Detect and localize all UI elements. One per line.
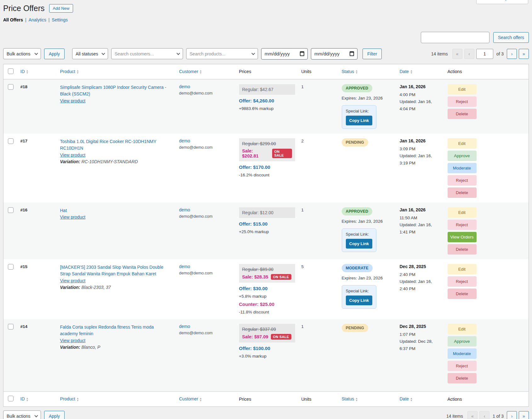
apply-button-bottom[interactable]: Apply [44,411,65,419]
column-header-customer[interactable]: Customer▲▼ [176,64,236,79]
bulk-actions-select-bottom[interactable]: Bulk actions [3,410,41,419]
reject-button[interactable]: Reject [448,175,477,186]
customer-link[interactable]: demo [179,84,233,89]
screen-options-button[interactable]: Screen Options [476,0,528,4]
row-checkbox[interactable] [8,207,14,213]
column-label-status[interactable]: Status [342,69,354,74]
reject-button[interactable]: Reject [448,276,477,287]
select-all-checkbox[interactable] [8,396,14,401]
column-header-product[interactable]: Product▲▼ [57,392,176,407]
approve-button[interactable]: Approve [448,151,477,161]
column-label-product[interactable]: Product [60,69,75,74]
reject-button[interactable]: Reject [448,96,477,107]
row-checkbox[interactable] [8,264,14,270]
delete-button[interactable]: Delete [448,373,477,383]
calendar-icon[interactable] [350,51,354,56]
reject-button[interactable]: Reject [448,361,477,371]
tab-all-offers[interactable]: All Offers [3,17,23,22]
calendar-icon[interactable] [300,51,304,56]
status-filter-select[interactable]: All statuses [72,48,108,59]
row-id: #14 [20,324,28,329]
customer-link[interactable]: demo [179,138,233,143]
product-link[interactable]: Toshiba 1.0L Digital Rice Cooker RC-10DH… [60,138,173,152]
pagination-top: 14 items « ‹ of 3 › » [431,49,529,59]
column-header-date[interactable]: Date▲▼ [397,392,444,407]
view-product-link[interactable]: View product [60,152,86,158]
product-link[interactable]: Hat [60,207,173,214]
column-label-customer[interactable]: Customer [179,69,198,74]
last-page-button[interactable]: » [519,49,529,59]
product-link[interactable]: Simplisafe Simplicam 1080P Indoor Securi… [60,84,173,98]
view-orders-button[interactable]: View Orders [448,232,477,242]
view-product-link[interactable]: View product [60,278,86,283]
copy-link-button[interactable]: Copy Link [346,239,373,249]
column-label-date[interactable]: Date [400,69,409,74]
edit-button[interactable]: Edit [448,84,477,95]
edit-button[interactable]: Edit [448,207,477,218]
next-page-button[interactable]: › [507,49,517,59]
row-checkbox[interactable] [8,138,14,144]
tab-analytics[interactable]: Analytics [29,17,46,22]
current-page-input[interactable] [476,49,493,59]
search-products-select[interactable]: Search products... [186,48,258,59]
column-header-id[interactable]: ID▲▼ [17,64,57,79]
date-from-input[interactable]: mm/dd/yyyy [261,48,308,60]
search-offers-input[interactable] [421,32,489,43]
select-all-checkbox[interactable] [8,68,14,74]
prev-page-button[interactable]: ‹ [464,49,474,59]
column-label-date[interactable]: Date [400,396,409,401]
copy-link-button[interactable]: Copy Link [346,116,373,125]
column-label-status[interactable]: Status [342,396,354,401]
apply-button[interactable]: Apply [44,49,65,59]
column-header-date[interactable]: Date▲▼ [397,64,444,79]
tab-settings[interactable]: Settings [52,17,68,22]
search-customers-select[interactable]: Search customers... [111,48,183,59]
view-product-link[interactable]: View product [60,215,86,220]
copy-link-button[interactable]: Copy Link [346,296,373,305]
product-link[interactable]: [MACKER'S] 2303 Sandal Slop Wanita Polos… [60,264,173,278]
column-label-product[interactable]: Product [60,396,75,401]
delete-button[interactable]: Delete [448,187,477,198]
edit-button[interactable]: Edit [448,264,477,274]
column-header-id[interactable]: ID▲▼ [17,392,57,407]
first-page-button[interactable]: « [452,49,462,59]
actions-stack: EditApproveModerateRejectDelete [448,324,477,383]
date-to-input[interactable]: mm/dd/yyyy [311,48,358,60]
delete-button[interactable]: Delete [448,244,477,255]
edit-button[interactable]: Edit [448,324,477,334]
column-label-customer[interactable]: Customer [179,396,198,401]
last-page-button[interactable]: » [519,411,529,419]
product-link[interactable]: Falda Corta suplex Redonda fitness Tenis… [60,324,173,337]
moderate-button[interactable]: Moderate [448,348,477,359]
column-header-product[interactable]: Product▲▼ [57,64,176,79]
search-offers-button[interactable]: Search offers [493,32,529,43]
prev-page-button[interactable]: ‹ [479,411,489,419]
row-checkbox[interactable] [8,84,14,90]
customer-link[interactable]: demo [179,207,233,212]
customer-link[interactable]: demo [179,324,233,329]
actions-cell: EditRejectDelete [444,259,529,319]
row-checkbox[interactable] [8,324,14,330]
reject-button[interactable]: Reject [448,220,477,230]
filter-button[interactable]: Filter [363,49,382,59]
delete-button[interactable]: Delete [448,109,477,119]
next-page-button[interactable]: › [507,411,517,419]
column-header-customer[interactable]: Customer▲▼ [176,392,236,407]
moderate-button[interactable]: Moderate [448,163,477,173]
bulk-actions-select[interactable]: Bulk actions [3,48,41,59]
delete-button[interactable]: Delete [448,289,477,299]
approve-button[interactable]: Approve [448,336,477,347]
column-label-id[interactable]: ID [20,396,25,401]
first-page-button[interactable]: « [467,411,478,419]
view-product-link[interactable]: View product [60,98,86,103]
add-new-button[interactable]: Add New [49,4,73,13]
column-header-status[interactable]: Status▲▼ [339,392,397,407]
column-header-status[interactable]: Status▲▼ [339,64,397,79]
edit-button[interactable]: Edit [448,138,477,149]
customer-link[interactable]: demo [179,264,233,269]
table-header-row: ID▲▼Product▲▼Customer▲▼PricesUnitsStatus… [3,64,529,79]
regular-price: Regular: $299.00 [242,141,292,146]
column-label-id[interactable]: ID [20,69,25,74]
status-badge: MODERATE [342,264,373,272]
view-product-link[interactable]: View product [60,338,86,343]
